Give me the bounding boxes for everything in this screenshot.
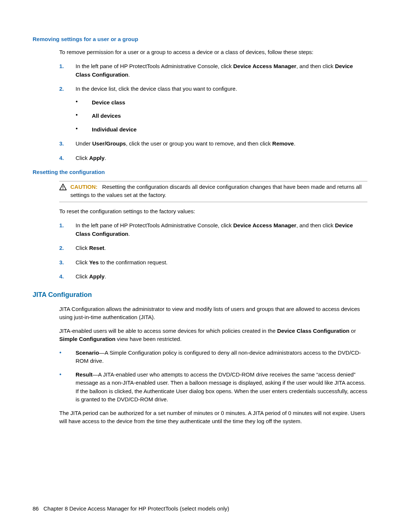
- step-text: In the left pane of HP ProtectTools Admi…: [76, 222, 353, 237]
- step-3: 3. Under User/Groups, click the user or …: [59, 140, 367, 148]
- bullet-device-class: Device class: [76, 98, 367, 107]
- text-fragment: Click: [76, 259, 89, 265]
- text-bold: Result: [76, 371, 93, 378]
- step-text: Under User/Groups, click the user or gro…: [76, 140, 296, 147]
- bullet-all-devices: All devices: [76, 112, 367, 120]
- text-fragment: .: [294, 140, 295, 147]
- step-text: Click Apply.: [76, 155, 106, 161]
- text-fragment: .: [104, 245, 106, 251]
- step-number: 3.: [59, 140, 68, 148]
- text-fragment: , and then click: [296, 63, 335, 69]
- step-number: 1.: [59, 62, 68, 71]
- step-text: In the left pane of HP ProtectTools Admi…: [76, 63, 353, 78]
- text-bold: Device Access Manager: [233, 63, 296, 69]
- text-bold: All devices: [92, 113, 121, 119]
- text-fragment: .: [104, 273, 106, 280]
- step-number: 3.: [59, 258, 68, 267]
- bullet-scenario: Scenario—A Simple Configuration policy i…: [59, 349, 367, 365]
- step-1: 1. In the left pane of HP ProtectTools A…: [59, 221, 367, 238]
- step-2: 2. Click Reset.: [59, 244, 367, 252]
- bullet-list-jita: Scenario—A Simple Configuration policy i…: [59, 349, 367, 404]
- step-2: 2. In the device list, click the device …: [59, 85, 367, 134]
- text-fragment: Click: [76, 155, 89, 161]
- text-fragment: view have been restricted.: [116, 336, 181, 342]
- chapter-title: Chapter 8 Device Access Manager for HP P…: [43, 505, 229, 512]
- para-intro-removing: To remove permission for a user or a gro…: [59, 48, 367, 57]
- heading-removing-settings: Removing settings for a user or a group: [33, 35, 367, 44]
- steps-resetting: 1. In the left pane of HP ProtectTools A…: [59, 221, 367, 281]
- caution-label: CAUTION:: [70, 184, 97, 190]
- text-fragment: .: [129, 231, 130, 237]
- text-fragment: to the confirmation request.: [99, 259, 168, 265]
- heading-resetting-configuration: Resetting the configuration: [33, 168, 367, 177]
- text-bold: Scenario: [76, 349, 99, 356]
- text-fragment: Under: [76, 140, 92, 147]
- svg-point-1: [63, 188, 63, 189]
- step-number: 2.: [59, 85, 68, 93]
- text-bold: Individual device: [92, 126, 137, 133]
- step-text: In the device list, click the device cla…: [76, 86, 237, 92]
- text-bold: Device class: [92, 99, 125, 106]
- step-number: 4.: [59, 154, 68, 163]
- caution-block: CAUTION: Resetting the configuration dis…: [59, 181, 367, 202]
- para-jita-policies: JITA-enabled users will be able to acces…: [59, 327, 367, 344]
- text-bold: Yes: [89, 259, 99, 265]
- text-fragment: In the left pane of HP ProtectTools Admi…: [76, 222, 233, 228]
- text-bold: User/Groups: [92, 140, 126, 147]
- text-fragment: In the left pane of HP ProtectTools Admi…: [76, 63, 233, 69]
- text-fragment: .: [129, 71, 130, 78]
- step-number: 2.: [59, 244, 68, 252]
- text-bold: Simple Configuration: [59, 336, 116, 342]
- bullet-result: Result—A JITA-enabled user who attempts …: [59, 371, 367, 404]
- caution-text: Resetting the configuration discards all…: [70, 184, 361, 198]
- step-4: 4. Click Apply.: [59, 154, 367, 163]
- text-bold: Apply: [89, 273, 105, 280]
- para-jita-period: The JITA period can be authorized for a …: [59, 409, 367, 426]
- step-4: 4. Click Apply.: [59, 272, 367, 281]
- step-number: 4.: [59, 272, 68, 281]
- page-number: 86: [33, 505, 39, 512]
- text-fragment: —A Simple Configuration policy is config…: [76, 349, 361, 364]
- step-text: Click Apply.: [76, 273, 106, 280]
- page-footer: 86 Chapter 8 Device Access Manager for H…: [33, 505, 229, 513]
- text-fragment: JITA-enabled users will be able to acces…: [59, 328, 277, 334]
- para-intro-reset: To reset the configuration settings to t…: [59, 207, 367, 216]
- text-fragment: —A JITA-enabled user who attempts to acc…: [76, 371, 367, 403]
- text-bold: Apply: [89, 155, 105, 161]
- caution-icon: [59, 184, 67, 190]
- caution-inner: CAUTION: Resetting the configuration dis…: [59, 181, 367, 202]
- heading-jita-configuration: JITA Configuration: [33, 290, 367, 300]
- text-bold: Reset: [89, 245, 104, 251]
- text-bold: Device Access Manager: [233, 222, 296, 228]
- text-fragment: , click the user or group you want to re…: [126, 140, 272, 147]
- bullet-individual-device: Individual device: [76, 126, 367, 134]
- text-fragment: .: [104, 155, 106, 161]
- step-number: 1.: [59, 221, 68, 230]
- text-fragment: Click: [76, 273, 89, 280]
- text-fragment: , and then click: [296, 222, 335, 228]
- text-bold: Remove: [272, 140, 294, 147]
- text-bold: Device Class Configuration: [277, 328, 349, 334]
- para-jita-intro: JITA Configuration allows the administra…: [59, 305, 367, 322]
- text-fragment: Click: [76, 245, 89, 251]
- step-1: 1. In the left pane of HP ProtectTools A…: [59, 62, 367, 79]
- step-text: Click Reset.: [76, 245, 106, 251]
- step-3: 3. Click Yes to the confirmation request…: [59, 258, 367, 267]
- steps-removing: 1. In the left pane of HP ProtectTools A…: [59, 62, 367, 162]
- step-text: Click Yes to the confirmation request.: [76, 259, 167, 265]
- text-fragment: or: [349, 328, 356, 334]
- bullet-list-device-options: Device class All devices Individual devi…: [76, 98, 367, 134]
